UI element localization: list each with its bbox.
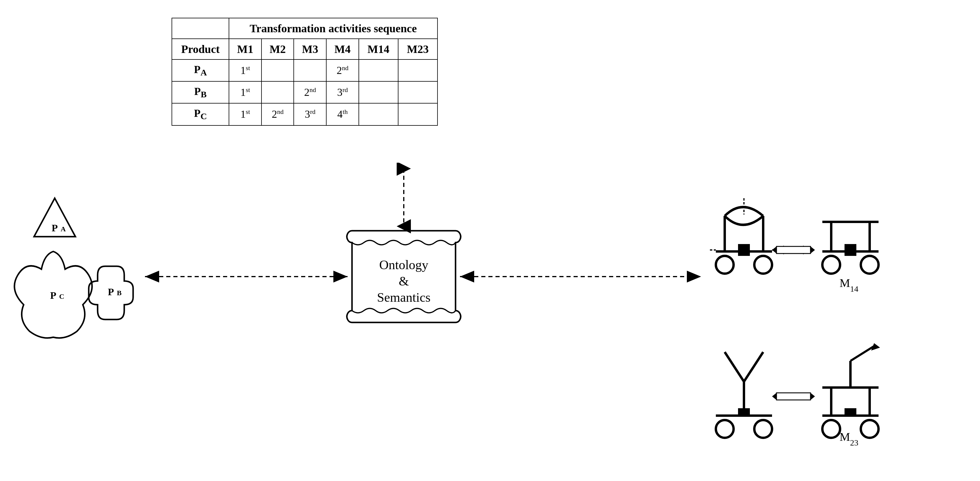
ontology-scroll-shape <box>347 231 461 322</box>
cell-pa-m4: 2nd <box>326 59 359 81</box>
m14-center-box <box>738 244 750 256</box>
product-pc-sub: C <box>59 293 64 300</box>
ontology-text-line2: & <box>399 274 409 288</box>
m23-center-box <box>738 408 750 416</box>
cell-pc-m2: 2nd <box>261 103 294 125</box>
svg-line-20 <box>725 352 744 382</box>
product-pc-shape <box>14 252 92 338</box>
ontology-text-line1: Ontology <box>379 258 428 272</box>
diagram-svg: Ontology & Semantics P A P C P B <box>0 163 980 473</box>
m14-arrow-head-right <box>803 245 810 255</box>
scroll-bottom-wave <box>352 309 455 313</box>
svg-point-18 <box>822 256 840 274</box>
cell-pb-m14 <box>359 81 398 103</box>
cell-pc-m4: 4th <box>326 103 359 125</box>
m14-after-center-box <box>845 244 856 256</box>
product-column-header: Product <box>172 39 229 59</box>
product-pb-label: P <box>108 286 114 297</box>
m23-before-icon <box>716 352 772 438</box>
m23-label: M23 <box>840 430 858 447</box>
transformation-table: Transformation activities sequence Produ… <box>172 18 438 126</box>
cell-pa-m1: 1st <box>229 59 261 81</box>
cell-pb-m3: 2nd <box>294 81 326 103</box>
row-pc-header: PC <box>172 103 229 125</box>
cell-pb-m1: 1st <box>229 81 261 103</box>
cell-pb-m4: 3rd <box>326 81 359 103</box>
col-m1: M1 <box>229 39 261 59</box>
cell-pb-m2 <box>261 81 294 103</box>
svg-point-19 <box>861 256 878 274</box>
m14-label: M14 <box>840 276 858 293</box>
cell-pa-m3 <box>294 59 326 81</box>
svg-point-33 <box>861 420 878 438</box>
m23-arrow-left-point <box>772 393 776 400</box>
m14-arrow-right-point <box>810 247 815 253</box>
svg-point-32 <box>822 420 840 438</box>
cell-pc-m23 <box>398 103 438 125</box>
cell-pc-m1: 1st <box>229 103 261 125</box>
cell-pa-m2 <box>261 59 294 81</box>
scroll-top-wave <box>352 240 455 245</box>
product-pa-sub: A <box>60 225 66 233</box>
cell-pc-m14 <box>359 103 398 125</box>
svg-line-21 <box>744 352 763 382</box>
svg-point-24 <box>716 420 733 438</box>
svg-line-28 <box>850 346 874 361</box>
m14-before-icon <box>710 198 778 274</box>
svg-point-10 <box>754 256 772 274</box>
product-pa-label: P <box>52 223 58 233</box>
product-pc-label: P <box>50 290 57 301</box>
table-main-header: Transformation activities sequence <box>229 18 438 39</box>
row-pa-header: PA <box>172 59 229 81</box>
m23-arrow-body <box>776 393 810 400</box>
col-m4: M4 <box>326 39 359 59</box>
row-pb-header: PB <box>172 81 229 103</box>
col-m2: M2 <box>261 39 294 59</box>
m23-after-icon <box>822 343 880 438</box>
col-m3: M3 <box>294 39 326 59</box>
diagram-area: Ontology & Semantics P A P C P B <box>0 163 980 473</box>
m14-arrow-head-left <box>776 245 784 255</box>
product-pb-shape <box>89 266 133 320</box>
m23-after-box <box>845 408 856 416</box>
cell-pb-m23 <box>398 81 438 103</box>
svg-point-25 <box>754 420 772 438</box>
m14-arrow-left-point <box>772 247 776 253</box>
m23-arrow-right-point <box>810 393 815 400</box>
product-pb-sub: B <box>117 289 122 297</box>
svg-point-9 <box>716 256 733 274</box>
ontology-text-line3: Semantics <box>377 290 431 305</box>
cell-pc-m3: 3rd <box>294 103 326 125</box>
col-m23: M23 <box>398 39 438 59</box>
cell-pa-m23 <box>398 59 438 81</box>
cell-pa-m14 <box>359 59 398 81</box>
col-m14: M14 <box>359 39 398 59</box>
m14-arrow-body <box>776 247 810 253</box>
m23-tool-tip <box>871 343 880 350</box>
product-pa-shape <box>34 198 75 237</box>
m14-after-icon <box>822 222 878 274</box>
